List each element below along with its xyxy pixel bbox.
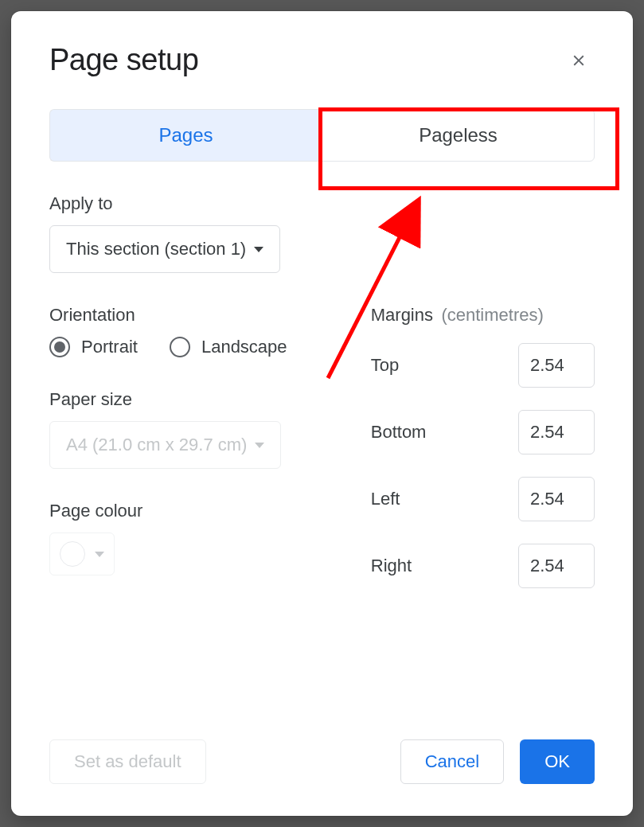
- margin-right-label: Right: [371, 556, 412, 576]
- mode-tabs: Pages Pageless: [49, 109, 595, 162]
- tab-pageless[interactable]: Pageless: [322, 109, 595, 162]
- margin-right-input[interactable]: [518, 544, 595, 588]
- tab-pages[interactable]: Pages: [49, 109, 322, 162]
- caret-down-icon: [255, 443, 264, 448]
- margin-left-input[interactable]: [518, 477, 595, 521]
- orientation-portrait[interactable]: Portrait: [49, 337, 138, 357]
- radio-dot-icon: [49, 337, 70, 357]
- page-setup-dialog: Page setup Pages Pageless Apply to This …: [11, 11, 633, 816]
- paper-size-value: A4 (21.0 cm x 29.7 cm): [66, 435, 247, 455]
- orientation-label: Orientation: [49, 305, 323, 326]
- ok-button[interactable]: OK: [520, 739, 595, 784]
- cancel-button[interactable]: Cancel: [400, 739, 504, 784]
- margin-bottom-input[interactable]: [518, 410, 595, 454]
- colour-swatch-icon: [60, 541, 85, 567]
- apply-to-value: This section (section 1): [66, 239, 246, 259]
- orientation-landscape[interactable]: Landscape: [170, 337, 287, 357]
- close-button[interactable]: [563, 45, 595, 76]
- margin-left-label: Left: [371, 489, 400, 509]
- page-colour-label: Page colour: [49, 501, 323, 521]
- page-colour-picker[interactable]: [49, 532, 115, 575]
- caret-down-icon: [95, 552, 104, 557]
- dialog-title: Page setup: [49, 43, 198, 77]
- apply-to-label: Apply to: [49, 193, 595, 214]
- orientation-portrait-label: Portrait: [81, 337, 138, 357]
- orientation-landscape-label: Landscape: [201, 337, 287, 357]
- paper-size-label: Paper size: [49, 389, 323, 410]
- margins-label: Margins: [371, 305, 433, 325]
- set-as-default-button[interactable]: Set as default: [49, 739, 206, 784]
- apply-to-select[interactable]: This section (section 1): [49, 225, 280, 273]
- close-icon: [570, 52, 587, 69]
- caret-down-icon: [254, 247, 263, 252]
- margins-units: (centimetres): [441, 305, 543, 325]
- margin-bottom-label: Bottom: [371, 422, 427, 443]
- margin-top-label: Top: [371, 355, 399, 376]
- dialog-footer: Set as default Cancel OK: [49, 739, 595, 784]
- paper-size-select[interactable]: A4 (21.0 cm x 29.7 cm): [49, 421, 281, 469]
- margin-top-input[interactable]: [518, 343, 595, 388]
- radio-circle-icon: [170, 337, 190, 357]
- orientation-radio-group: Portrait Landscape: [49, 337, 323, 357]
